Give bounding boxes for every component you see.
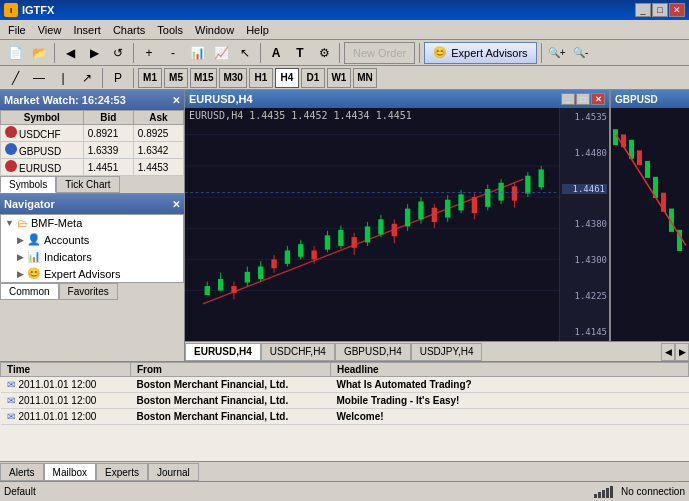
chart-tab-prev[interactable]: ◀: [661, 343, 675, 361]
market-watch-close[interactable]: ✕: [172, 95, 180, 106]
tf-m1[interactable]: M1: [138, 68, 162, 88]
svg-rect-32: [365, 226, 370, 242]
bottom-panel: Time From Headline ✉2011.01.01 12:00 Bos…: [0, 361, 689, 481]
svg-rect-24: [311, 250, 316, 259]
tab-experts[interactable]: Experts: [96, 463, 148, 481]
status-left: Default: [4, 486, 36, 497]
nav-item-bmf[interactable]: ▼ 🗁 BMF-Meta: [1, 215, 183, 231]
toolbar-chart[interactable]: 📊: [186, 42, 208, 64]
toolbar-back[interactable]: ◀: [59, 42, 81, 64]
navigator-title: Navigator: [4, 198, 55, 210]
svg-rect-8: [205, 286, 210, 295]
signal-bar-3: [602, 490, 605, 498]
toolbar-cursor[interactable]: ↖: [234, 42, 256, 64]
envelope-icon: ✉: [7, 379, 15, 390]
tab-mailbox[interactable]: Mailbox: [44, 463, 96, 481]
svg-rect-56: [525, 176, 530, 194]
svg-rect-58: [539, 169, 544, 187]
toolbar-T[interactable]: T: [289, 42, 311, 64]
tf-d1[interactable]: D1: [301, 68, 325, 88]
svg-rect-22: [298, 244, 303, 256]
menu-charts[interactable]: Charts: [107, 22, 151, 38]
draw-vline[interactable]: |: [52, 67, 74, 89]
chart-max-btn[interactable]: □: [576, 93, 590, 105]
close-button[interactable]: ✕: [669, 3, 685, 17]
chart-tab-usdjpy[interactable]: USDJPY,H4: [411, 343, 483, 361]
chart-tab-usdchf[interactable]: USDCHF,H4: [261, 343, 335, 361]
menu-help[interactable]: Help: [240, 22, 275, 38]
tf-h1[interactable]: H1: [249, 68, 273, 88]
menu-window[interactable]: Window: [189, 22, 240, 38]
toolbar-zoom2[interactable]: 🔍-: [570, 42, 592, 64]
table-row[interactable]: GBPUSD 1.6339 1.6342: [1, 142, 184, 159]
toolbar-settings[interactable]: ⚙: [313, 42, 335, 64]
tf-m30[interactable]: M30: [219, 68, 246, 88]
chart-min-btn[interactable]: _: [561, 93, 575, 105]
chart-close-btn[interactable]: ✕: [591, 93, 605, 105]
table-row[interactable]: ✉2011.01.01 12:00 Boston Merchant Financ…: [1, 409, 689, 425]
chart-tab-next[interactable]: ▶: [675, 343, 689, 361]
mini-chart-title: GBPUSD: [615, 94, 658, 105]
signal-bar-5: [610, 486, 613, 498]
menu-tools[interactable]: Tools: [151, 22, 189, 38]
nav-label-accounts: Accounts: [44, 234, 89, 246]
toolbar-new[interactable]: 📄: [4, 42, 26, 64]
chart-tab-gbpusd[interactable]: GBPUSD,H4: [335, 343, 411, 361]
toolbar-A[interactable]: A: [265, 42, 287, 64]
draw-hline[interactable]: —: [28, 67, 50, 89]
nav-tree: ▼ 🗁 BMF-Meta ▶ 👤 Accounts ▶ 📊 Indicators: [0, 214, 184, 283]
tab-common[interactable]: Common: [0, 283, 59, 300]
tab-journal[interactable]: Journal: [148, 463, 199, 481]
table-row[interactable]: ✉2011.01.01 12:00 Boston Merchant Financ…: [1, 393, 689, 409]
menu-insert[interactable]: Insert: [67, 22, 107, 38]
tab-tick-chart[interactable]: Tick Chart: [56, 176, 119, 193]
toolbar-period[interactable]: P: [107, 67, 129, 89]
svg-rect-18: [271, 259, 276, 268]
new-order-button[interactable]: New Order: [344, 42, 415, 64]
navigator-close[interactable]: ✕: [172, 199, 180, 210]
chart-info: EURUSD,H4 1.4435 1.4452 1.4434 1.4451: [189, 110, 412, 121]
svg-rect-36: [392, 224, 397, 236]
toolbar-open[interactable]: 📂: [28, 42, 50, 64]
chart-content[interactable]: EURUSD,H4 1.4435 1.4452 1.4434 1.4451: [185, 108, 609, 341]
market-watch-title: Market Watch: 16:24:53: [4, 94, 126, 106]
minimize-button[interactable]: _: [635, 3, 651, 17]
nav-item-experts[interactable]: ▶ 😊 Expert Advisors: [1, 265, 183, 282]
tf-w1[interactable]: W1: [327, 68, 351, 88]
price-1: 1.4535: [562, 112, 607, 122]
draw-line[interactable]: ╱: [4, 67, 26, 89]
tab-symbols[interactable]: Symbols: [0, 176, 56, 193]
toolbar-refresh[interactable]: ↺: [107, 42, 129, 64]
draw-arrow[interactable]: ↗: [76, 67, 98, 89]
tf-m5[interactable]: M5: [164, 68, 188, 88]
signal-bars: [594, 486, 613, 498]
tab-favorites[interactable]: Favorites: [59, 283, 118, 300]
menu-file[interactable]: File: [2, 22, 32, 38]
tab-alerts[interactable]: Alerts: [0, 463, 44, 481]
mini-chart-content[interactable]: [611, 108, 689, 341]
svg-rect-34: [378, 219, 383, 234]
maximize-button[interactable]: □: [652, 3, 668, 17]
nav-item-accounts[interactable]: ▶ 👤 Accounts: [1, 231, 183, 248]
toolbar-forward[interactable]: ▶: [83, 42, 105, 64]
mini-chart: GBPUSD: [609, 90, 689, 341]
status-bar: Default No connection: [0, 481, 689, 501]
tf-h4[interactable]: H4: [275, 68, 299, 88]
toolbar-zoom-in[interactable]: +: [138, 42, 160, 64]
toolbar-line[interactable]: 📈: [210, 42, 232, 64]
accounts-icon: 👤: [27, 233, 41, 246]
tf-m15[interactable]: M15: [190, 68, 217, 88]
toolbar-zoom-out[interactable]: -: [162, 42, 184, 64]
tf-mn[interactable]: MN: [353, 68, 377, 88]
menu-view[interactable]: View: [32, 22, 68, 38]
table-row[interactable]: USDCHF 0.8921 0.8925: [1, 125, 184, 142]
expert-advisors-button[interactable]: 😊 Expert Advisors: [424, 42, 536, 64]
nav-item-indicators[interactable]: ▶ 📊 Indicators: [1, 248, 183, 265]
price-6: 1.4145: [562, 327, 607, 337]
table-row[interactable]: EURUSD 1.4451 1.4453: [1, 159, 184, 176]
main-chart: EURUSD,H4 _ □ ✕ EURUSD,H4 1.4435 1.4452 …: [185, 90, 609, 341]
toolbar-zoom1[interactable]: 🔍+: [546, 42, 568, 64]
table-row[interactable]: ✉2011.01.01 12:00 Boston Merchant Financ…: [1, 377, 689, 393]
svg-rect-63: [637, 150, 642, 165]
chart-tab-eurusd[interactable]: EURUSD,H4: [185, 343, 261, 361]
